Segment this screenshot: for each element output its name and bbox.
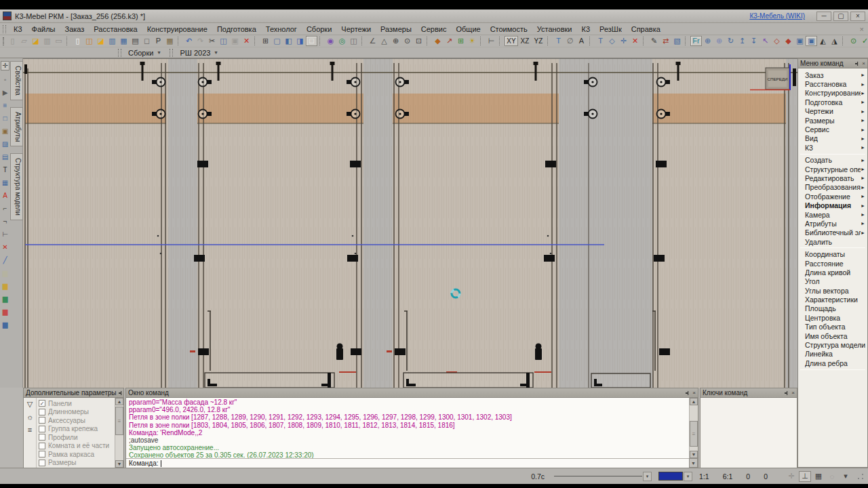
import-archive-icon[interactable]: ◫ [83, 36, 95, 46]
menu-item-15[interactable]: РезШк [595, 24, 627, 35]
checkbox-icon[interactable] [39, 460, 45, 466]
command-menu-item[interactable]: Имя объекта [798, 331, 867, 340]
fragment-mode-icon[interactable]: Fr [690, 36, 702, 46]
open-folder-icon[interactable]: ◪ [95, 36, 106, 46]
save-all-icon[interactable]: ▦ [118, 36, 130, 46]
power-icon[interactable]: ⊙ [848, 36, 859, 46]
menu-item-16[interactable]: Справка [627, 24, 665, 35]
checkbox-icon[interactable] [39, 426, 45, 432]
command-menu-item[interactable]: Длина ребра [798, 359, 867, 367]
fill-color-icon[interactable]: ◆ [432, 36, 443, 46]
toolbar-combo-0[interactable]: Сборки▾ [124, 49, 161, 57]
pick-arrow-icon[interactable]: ▶ [3, 89, 8, 96]
menu-item-11[interactable]: Общие [451, 24, 485, 35]
combo-drag-handle[interactable] [118, 49, 121, 57]
save-disabled-icon[interactable]: ▥ [41, 36, 53, 46]
command-menu-item[interactable]: Создать► [798, 156, 867, 165]
param-row-6[interactable]: Рамка каркаса [37, 450, 115, 459]
command-scrollbar[interactable]: ▲ ≡ ▼ [689, 398, 698, 458]
zoom-in-icon[interactable]: ⊕ [390, 36, 401, 46]
param-row-0[interactable]: ✓Панели [37, 399, 115, 408]
cube-shaded-icon[interactable]: ◨ [294, 36, 306, 46]
flip-right-icon[interactable]: ◮ [829, 36, 840, 46]
paste-icon[interactable]: ▣ [229, 36, 241, 46]
flip-left-icon[interactable]: ◭ [817, 36, 829, 46]
copy-inplace-alt-icon[interactable]: ▣ [806, 36, 817, 46]
menu-item-0[interactable]: К3 [9, 24, 27, 35]
param-row-4[interactable]: Профили [37, 433, 115, 442]
cube-wireframe-icon[interactable]: ▢ [271, 36, 283, 46]
align-bottom-icon[interactable]: ↧ [748, 36, 760, 46]
param-row-7[interactable]: Размеры [37, 459, 115, 468]
command-menu-item[interactable]: Информация► [798, 201, 867, 209]
scroll-up-icon[interactable]: ▲ [690, 398, 698, 405]
menu-item-10[interactable]: Сервис [416, 24, 452, 35]
apply-check-icon[interactable]: ✓ [859, 36, 868, 46]
zoom-window-icon[interactable]: ⊡ [413, 36, 425, 46]
close-panel-icon[interactable]: × [791, 390, 795, 396]
menu-item-3[interactable]: Расстановка [89, 24, 142, 35]
param-row-5[interactable]: Комната и её части [37, 442, 115, 451]
checkbox-icon[interactable] [39, 417, 45, 424]
scroll-down-icon[interactable]: ▼ [115, 460, 123, 468]
text-tool-icon[interactable]: T [3, 167, 7, 174]
sheet-icon[interactable]: ▤ [2, 154, 8, 161]
dimension-a-icon[interactable]: ⌐ [3, 205, 7, 212]
command-input[interactable]: Команда: [126, 458, 698, 468]
menu-item-2[interactable]: Заказ [60, 24, 89, 35]
color-combo-icon[interactable]: ▾ [684, 472, 692, 481]
command-menu-item[interactable]: Отображение► [798, 192, 867, 201]
material-db-2-icon[interactable]: ▆ [3, 283, 8, 289]
command-menu-item[interactable]: К3► [798, 143, 867, 152]
swap-icon[interactable]: ⇄ [660, 36, 671, 46]
toolbar-combo-1[interactable]: РШ 2023▾ [176, 49, 218, 57]
print-preview-icon[interactable]: ◻ [141, 36, 153, 46]
print-icon[interactable]: ▤ [130, 36, 141, 46]
light-icon[interactable]: ☀ [467, 36, 478, 46]
command-menu-item[interactable]: Подготовка► [798, 98, 867, 106]
dimension-b-icon[interactable]: ¬ [3, 218, 7, 225]
command-menu-item[interactable]: Атрибуты► [798, 219, 867, 228]
background-color-swatch[interactable] [658, 472, 683, 481]
mdi-close-icon[interactable]: × [860, 25, 864, 33]
copy-icon[interactable]: ◫ [218, 36, 229, 46]
undo-icon[interactable]: ↶ [183, 36, 195, 46]
label-tag-icon[interactable]: Т [553, 36, 564, 46]
command-menu-item[interactable]: Вид► [798, 134, 867, 143]
erase-red-icon[interactable]: ✕ [2, 244, 7, 251]
pointer-select-icon[interactable]: Т [595, 36, 606, 46]
checkbox-icon[interactable] [39, 443, 45, 449]
resize-grip[interactable] [857, 473, 864, 480]
close-button[interactable]: × [850, 12, 865, 21]
command-menu-item[interactable]: Структурные операц...► [798, 165, 867, 174]
param-row-1[interactable]: Длинномеры [37, 408, 115, 417]
plane-button-xz[interactable]: XZ [518, 36, 532, 46]
command-menu-header[interactable]: Меню команд × [798, 59, 867, 68]
command-menu-item[interactable]: Расстановка► [798, 79, 867, 88]
command-menu-item[interactable]: Углы вектора [798, 286, 867, 295]
command-menu-item[interactable]: Удалить [798, 237, 867, 246]
restore-button[interactable]: ▢ [833, 12, 848, 21]
ucs-axes-icon[interactable]: ⊥ [799, 471, 811, 482]
command-menu-item[interactable]: Редактировать► [798, 174, 867, 182]
form-table-icon[interactable]: ▦ [164, 36, 176, 46]
pin-icon[interactable] [685, 390, 690, 396]
keys-header[interactable]: Ключи команд × [701, 388, 797, 398]
sidebar-tab-2[interactable]: Структура модели [10, 153, 23, 220]
redo-icon[interactable]: ↷ [195, 36, 206, 46]
structure-tree-icon[interactable]: ⊢ [486, 36, 497, 46]
scroll-thumb[interactable]: ≡ [115, 407, 123, 435]
wiki-link[interactable]: К3-Мебель (WIKI) [749, 12, 805, 20]
panel-box-icon[interactable]: ▣ [2, 128, 8, 135]
mirror-left-icon[interactable]: ◇ [771, 36, 783, 46]
scroll-up-icon[interactable]: ▲ [115, 398, 123, 405]
sidebar-tab-0[interactable]: Свойства [10, 61, 23, 100]
command-menu-item[interactable]: Тип объекта [798, 323, 867, 331]
cut-icon[interactable]: ✂ [206, 36, 218, 46]
checkbox-icon[interactable] [39, 451, 45, 458]
line-blue-icon[interactable]: ╱ [3, 257, 7, 264]
menu-item-1[interactable]: Файлы [27, 24, 60, 35]
command-menu-item[interactable]: Расстояние [798, 259, 867, 268]
material-grid-icon[interactable]: ⊞ [455, 36, 467, 46]
select-crosshair-icon[interactable]: ✛ [1, 61, 9, 70]
